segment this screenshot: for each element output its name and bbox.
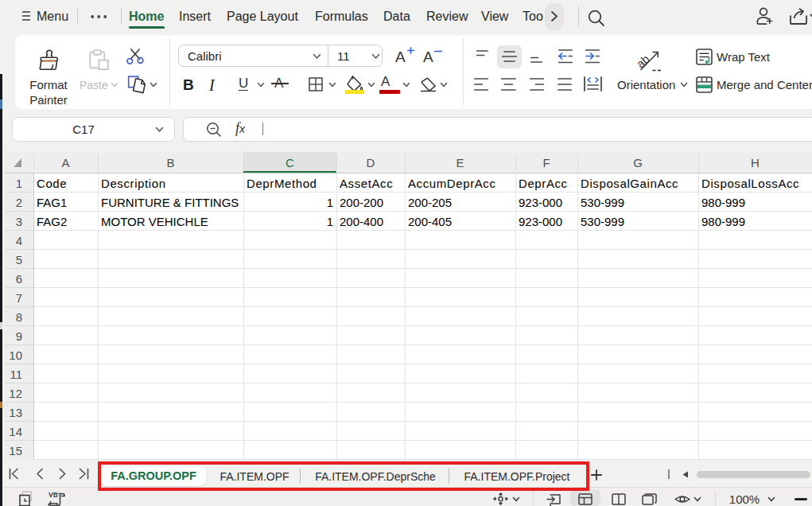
svg-text:VB: VB xyxy=(49,491,58,499)
